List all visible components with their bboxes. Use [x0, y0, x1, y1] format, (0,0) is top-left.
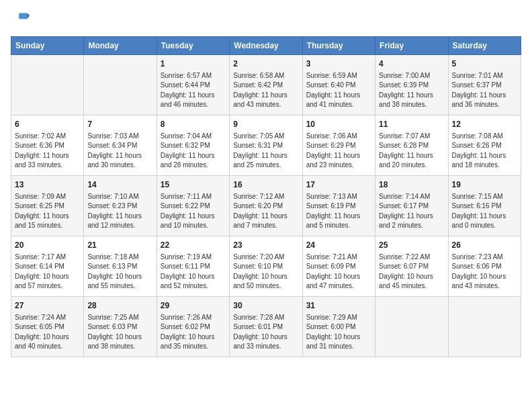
day-info: Sunrise: 7:06 AM Sunset: 6:29 PM Dayligh…: [306, 132, 371, 171]
calendar-cell: 20Sunrise: 7:17 AM Sunset: 6:14 PM Dayli…: [11, 236, 84, 297]
day-number: 13: [15, 179, 80, 191]
day-number: 25: [379, 240, 444, 251]
page-header: [11, 11, 521, 30]
calendar-cell: 21Sunrise: 7:18 AM Sunset: 6:13 PM Dayli…: [84, 236, 157, 297]
calendar-cell: 17Sunrise: 7:13 AM Sunset: 6:19 PM Dayli…: [302, 176, 375, 236]
day-info: Sunrise: 7:26 AM Sunset: 6:02 PM Dayligh…: [161, 313, 226, 352]
day-info: Sunrise: 7:20 AM Sunset: 6:10 PM Dayligh…: [233, 253, 298, 291]
weekday-header: Friday: [375, 37, 448, 55]
logo: [11, 11, 32, 30]
logo-icon: [11, 11, 30, 30]
day-number: 26: [452, 240, 517, 251]
day-number: 18: [379, 179, 444, 191]
day-number: 28: [87, 300, 152, 312]
day-number: 11: [379, 119, 444, 130]
calendar-cell: [11, 55, 84, 116]
weekday-header: Thursday: [302, 37, 375, 55]
day-number: 19: [452, 179, 517, 191]
calendar-cell: 4Sunrise: 7:00 AM Sunset: 6:39 PM Daylig…: [375, 55, 448, 116]
calendar-cell: 22Sunrise: 7:19 AM Sunset: 6:11 PM Dayli…: [157, 236, 229, 297]
day-info: Sunrise: 7:13 AM Sunset: 6:19 PM Dayligh…: [306, 192, 371, 231]
calendar-body: 1Sunrise: 6:57 AM Sunset: 6:44 PM Daylig…: [11, 55, 521, 357]
day-number: 4: [379, 58, 444, 70]
calendar-cell: 29Sunrise: 7:26 AM Sunset: 6:02 PM Dayli…: [157, 297, 229, 357]
day-info: Sunrise: 7:07 AM Sunset: 6:28 PM Dayligh…: [379, 132, 444, 171]
calendar-cell: [448, 297, 521, 357]
day-number: 12: [452, 119, 517, 130]
day-number: 8: [161, 119, 226, 130]
calendar-cell: 3Sunrise: 6:59 AM Sunset: 6:40 PM Daylig…: [302, 55, 375, 116]
calendar-cell: 10Sunrise: 7:06 AM Sunset: 6:29 PM Dayli…: [302, 116, 375, 176]
calendar-cell: 27Sunrise: 7:24 AM Sunset: 6:05 PM Dayli…: [11, 297, 84, 357]
day-info: Sunrise: 6:59 AM Sunset: 6:40 PM Dayligh…: [306, 71, 371, 110]
day-info: Sunrise: 7:08 AM Sunset: 6:26 PM Dayligh…: [452, 132, 517, 171]
day-info: Sunrise: 7:05 AM Sunset: 6:31 PM Dayligh…: [233, 132, 298, 171]
calendar-cell: 30Sunrise: 7:28 AM Sunset: 6:01 PM Dayli…: [230, 297, 302, 357]
day-info: Sunrise: 7:19 AM Sunset: 6:11 PM Dayligh…: [161, 253, 226, 291]
calendar-week-row: 6Sunrise: 7:02 AM Sunset: 6:36 PM Daylig…: [11, 116, 521, 176]
day-info: Sunrise: 7:00 AM Sunset: 6:39 PM Dayligh…: [379, 71, 444, 110]
calendar-week-row: 13Sunrise: 7:09 AM Sunset: 6:25 PM Dayli…: [11, 176, 521, 236]
calendar-cell: [375, 297, 448, 357]
day-info: Sunrise: 7:14 AM Sunset: 6:17 PM Dayligh…: [379, 192, 444, 231]
day-info: Sunrise: 7:28 AM Sunset: 6:01 PM Dayligh…: [233, 313, 298, 352]
day-info: Sunrise: 7:04 AM Sunset: 6:32 PM Dayligh…: [161, 132, 226, 171]
day-info: Sunrise: 7:17 AM Sunset: 6:14 PM Dayligh…: [15, 253, 80, 291]
calendar-cell: 12Sunrise: 7:08 AM Sunset: 6:26 PM Dayli…: [448, 116, 521, 176]
calendar-cell: 1Sunrise: 6:57 AM Sunset: 6:44 PM Daylig…: [157, 55, 229, 116]
calendar-cell: [84, 55, 157, 116]
day-number: 16: [233, 179, 298, 191]
day-number: 7: [87, 119, 152, 130]
day-number: 1: [161, 58, 226, 70]
day-number: 14: [87, 179, 152, 191]
day-number: 17: [306, 179, 371, 191]
calendar-cell: 6Sunrise: 7:02 AM Sunset: 6:36 PM Daylig…: [11, 116, 84, 176]
calendar-cell: 11Sunrise: 7:07 AM Sunset: 6:28 PM Dayli…: [375, 116, 448, 176]
weekday-header: Monday: [84, 37, 157, 55]
calendar-cell: 23Sunrise: 7:20 AM Sunset: 6:10 PM Dayli…: [230, 236, 302, 297]
day-info: Sunrise: 7:24 AM Sunset: 6:05 PM Dayligh…: [15, 313, 80, 352]
calendar-cell: 19Sunrise: 7:15 AM Sunset: 6:16 PM Dayli…: [448, 176, 521, 236]
calendar-cell: 25Sunrise: 7:22 AM Sunset: 6:07 PM Dayli…: [375, 236, 448, 297]
day-info: Sunrise: 7:09 AM Sunset: 6:25 PM Dayligh…: [15, 192, 80, 231]
calendar-header: SundayMondayTuesdayWednesdayThursdayFrid…: [11, 37, 521, 55]
calendar-week-row: 27Sunrise: 7:24 AM Sunset: 6:05 PM Dayli…: [11, 297, 521, 357]
calendar-cell: 31Sunrise: 7:29 AM Sunset: 6:00 PM Dayli…: [302, 297, 375, 357]
day-number: 23: [233, 240, 298, 251]
day-info: Sunrise: 7:03 AM Sunset: 6:34 PM Dayligh…: [87, 132, 152, 171]
day-number: 27: [15, 300, 80, 312]
day-number: 6: [15, 119, 80, 130]
day-number: 3: [306, 58, 371, 70]
day-info: Sunrise: 7:02 AM Sunset: 6:36 PM Dayligh…: [15, 132, 80, 171]
calendar-cell: 2Sunrise: 6:58 AM Sunset: 6:42 PM Daylig…: [230, 55, 302, 116]
calendar-cell: 28Sunrise: 7:25 AM Sunset: 6:03 PM Dayli…: [84, 297, 157, 357]
day-info: Sunrise: 6:58 AM Sunset: 6:42 PM Dayligh…: [233, 71, 298, 110]
day-number: 21: [87, 240, 152, 251]
day-number: 22: [161, 240, 226, 251]
calendar-cell: 16Sunrise: 7:12 AM Sunset: 6:20 PM Dayli…: [230, 176, 302, 236]
calendar-cell: 7Sunrise: 7:03 AM Sunset: 6:34 PM Daylig…: [84, 116, 157, 176]
day-info: Sunrise: 7:29 AM Sunset: 6:00 PM Dayligh…: [306, 313, 371, 352]
svg-marker-1: [19, 13, 27, 19]
day-number: 10: [306, 119, 371, 130]
day-info: Sunrise: 7:15 AM Sunset: 6:16 PM Dayligh…: [452, 192, 517, 231]
calendar-cell: 18Sunrise: 7:14 AM Sunset: 6:17 PM Dayli…: [375, 176, 448, 236]
day-info: Sunrise: 7:23 AM Sunset: 6:06 PM Dayligh…: [452, 253, 517, 291]
day-info: Sunrise: 7:01 AM Sunset: 6:37 PM Dayligh…: [452, 71, 517, 110]
day-number: 29: [161, 300, 226, 312]
day-info: Sunrise: 7:22 AM Sunset: 6:07 PM Dayligh…: [379, 253, 444, 291]
day-info: Sunrise: 7:10 AM Sunset: 6:23 PM Dayligh…: [87, 192, 152, 231]
weekday-header: Saturday: [448, 37, 521, 55]
calendar-cell: 26Sunrise: 7:23 AM Sunset: 6:06 PM Dayli…: [448, 236, 521, 297]
day-number: 20: [15, 240, 80, 251]
day-number: 9: [233, 119, 298, 130]
calendar-cell: 24Sunrise: 7:21 AM Sunset: 6:09 PM Dayli…: [302, 236, 375, 297]
day-info: Sunrise: 7:25 AM Sunset: 6:03 PM Dayligh…: [87, 313, 152, 352]
day-info: Sunrise: 6:57 AM Sunset: 6:44 PM Dayligh…: [161, 71, 226, 110]
day-info: Sunrise: 7:11 AM Sunset: 6:22 PM Dayligh…: [161, 192, 226, 231]
calendar-week-row: 20Sunrise: 7:17 AM Sunset: 6:14 PM Dayli…: [11, 236, 521, 297]
calendar-week-row: 1Sunrise: 6:57 AM Sunset: 6:44 PM Daylig…: [11, 55, 521, 116]
day-number: 5: [452, 58, 517, 70]
calendar-cell: 13Sunrise: 7:09 AM Sunset: 6:25 PM Dayli…: [11, 176, 84, 236]
calendar-cell: 14Sunrise: 7:10 AM Sunset: 6:23 PM Dayli…: [84, 176, 157, 236]
